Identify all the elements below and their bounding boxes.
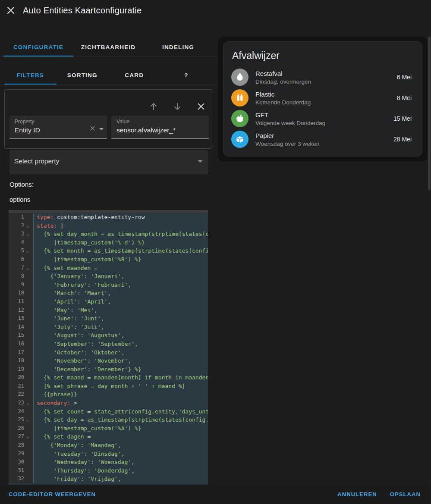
code-line[interactable]: 14 'July': 'Juli', <box>9 323 208 332</box>
code-line[interactable]: 24 {% set count = state_attr(config.enti… <box>9 407 208 416</box>
line-number: 24 <box>9 407 24 416</box>
line-number: 9 <box>9 281 24 289</box>
move-up-icon[interactable] <box>149 102 158 111</box>
move-down-icon[interactable] <box>173 102 182 111</box>
code-line[interactable]: 15 'August': 'Augustus', <box>9 331 208 340</box>
entity-row[interactable]: RestafvalDinsdag, overmorgen6 Mei <box>231 67 415 88</box>
subtab-card[interactable]: CARD <box>108 66 160 84</box>
code-text: |timestamp_custom('%B') %} <box>34 255 208 264</box>
code-text: 'Tuesday': 'Dinsdag', <box>34 450 208 458</box>
remove-filter-icon[interactable] <box>196 102 206 111</box>
line-number: 18 <box>9 357 24 365</box>
card-title: Afvalwijzer <box>232 50 415 62</box>
code-line[interactable]: 21 {% set phrase = day_month + ' ' + maa… <box>9 382 208 391</box>
line-number: 8 <box>9 272 24 281</box>
tab-indeling[interactable]: INDELING <box>143 38 213 56</box>
code-line[interactable]: 16 'September': 'September', <box>9 340 208 348</box>
code-line[interactable]: 31 'Thursday': 'Donderdag', <box>9 466 208 475</box>
line-gutter: 16 <box>9 340 34 348</box>
code-line[interactable]: 18 'November': 'November', <box>9 357 208 365</box>
line-number: 16 <box>9 340 24 348</box>
save-button[interactable]: OPSLAAN <box>390 491 421 498</box>
line-gutter: 11 <box>9 297 34 306</box>
chevron-down-icon[interactable] <box>99 128 104 130</box>
code-line[interactable]: 3⌄ {% set day_month = as_timestamp(strpt… <box>9 230 208 238</box>
code-line[interactable]: 17 'October': 'Oktober', <box>9 348 208 357</box>
code-line[interactable]: 22 {{phrase}} <box>9 390 208 399</box>
entity-name: Plastic <box>255 91 397 98</box>
code-text: 'June': 'Juni', <box>34 314 208 323</box>
code-line[interactable]: 10 'March': 'Maart', <box>9 289 208 297</box>
fold-icon[interactable]: ⌄ <box>24 416 31 424</box>
property-field-label: Property <box>15 119 104 125</box>
line-number: 30 <box>9 458 24 466</box>
select-property-dropdown[interactable]: Select property <box>9 150 208 173</box>
code-line[interactable]: 29 'Tuesday': 'Dinsdag', <box>9 450 208 458</box>
code-line[interactable]: 11 'April': 'April', <box>9 297 208 306</box>
code-text: 'December': 'December'} %} <box>34 365 208 374</box>
fold-icon[interactable]: ⌄ <box>24 222 31 230</box>
yaml-editor[interactable]: 1type: custom:template-entity-row2⌄state… <box>9 210 208 485</box>
entity-secondary: Komende Donderdag <box>255 99 397 106</box>
entity-row[interactable]: PlasticKomende Donderdag8 Mei <box>231 88 415 108</box>
code-line[interactable]: 1type: custom:template-entity-row <box>9 213 208 222</box>
entity-state: 15 Mei <box>393 115 412 122</box>
line-gutter: 20 <box>9 373 34 382</box>
code-line[interactable]: 12 'May': 'Mei', <box>9 306 208 315</box>
code-text: 'October': 'Oktober', <box>34 348 208 357</box>
code-text: {'January': 'Januari', <box>34 272 208 281</box>
code-line[interactable]: 30 'Wednesday': 'Woensdag', <box>9 458 208 466</box>
code-line[interactable]: 2⌄state: | <box>9 222 208 230</box>
line-number: 12 <box>9 306 24 315</box>
clear-property-icon[interactable] <box>89 125 96 133</box>
code-line[interactable]: 28 {'Monday': 'Maandag', <box>9 441 208 450</box>
code-line[interactable]: 25⌄ {% set day = as_timestamp(strptime(s… <box>9 416 208 424</box>
bottles-icon <box>231 89 249 106</box>
fold-icon[interactable]: ⌄ <box>24 432 31 441</box>
cancel-button[interactable]: ANNULEREN <box>337 491 377 498</box>
code-line[interactable]: 6 |timestamp_custom('%B') %} <box>9 255 208 264</box>
fold-icon[interactable]: ⌄ <box>24 230 31 238</box>
line-gutter: 31 <box>9 466 34 475</box>
entity-row[interactable]: PapierWoensdag over 3 weken28 Mei <box>231 129 415 150</box>
code-line[interactable]: 5⌄ {% set month = as_timestamp(strptime(… <box>9 247 208 255</box>
code-text: {% set dagen = <box>34 432 208 441</box>
code-line[interactable]: 20 {% set maand = maanden[month] if mont… <box>9 373 208 382</box>
subtab-sorting[interactable]: SORTING <box>57 66 109 84</box>
line-gutter: 25⌄ <box>9 416 34 424</box>
fold-icon[interactable]: ⌄ <box>24 264 31 272</box>
line-gutter: 15 <box>9 331 34 340</box>
tab-configuratie[interactable]: CONFIGURATIE <box>3 38 73 56</box>
entity-row[interactable]: GFTVolgende week Donderdag15 Mei <box>231 108 415 129</box>
property-field[interactable]: Property Entity ID <box>9 116 107 139</box>
line-number: 6 <box>9 255 24 264</box>
line-number: 32 <box>9 475 24 483</box>
fold-icon[interactable]: ⌄ <box>24 247 31 255</box>
show-code-editor-button[interactable]: CODE-EDITOR WEERGEVEN <box>9 491 96 498</box>
code-line[interactable]: 4 |timestamp_custom('%-d') %} <box>9 238 208 247</box>
code-line[interactable]: 7⌄ {% set maanden = <box>9 264 208 272</box>
scrollbar-thumb[interactable] <box>428 37 431 190</box>
code-line[interactable]: 32 'Friday': 'Vrijdag', <box>9 475 208 483</box>
code-line[interactable]: 27⌄ {% set dagen = <box>9 432 208 441</box>
entity-name: Papier <box>255 132 393 139</box>
close-icon[interactable] <box>6 5 16 16</box>
fold-icon[interactable]: ⌄ <box>24 399 31 407</box>
subtab-filters[interactable]: FILTERS <box>4 66 57 84</box>
code-line[interactable]: 23⌄secondary: > <box>9 399 208 407</box>
main-tabbar: CONFIGURATIEZICHTBAARHEIDINDELING <box>3 38 213 56</box>
line-gutter: 5⌄ <box>9 247 34 255</box>
value-field[interactable]: Value sensor.afvalwijzer_* <box>111 116 209 139</box>
preview-card: Afvalwijzer RestafvalDinsdag, overmorgen… <box>223 41 422 157</box>
tab-zichtbaarheid[interactable]: ZICHTBAARHEID <box>73 38 143 56</box>
code-line[interactable]: 9 'Februray': 'Februari', <box>9 281 208 289</box>
subtab-help[interactable]: ? <box>160 66 213 84</box>
line-gutter: 18 <box>9 357 34 365</box>
code-line[interactable]: 13 'June': 'Juni', <box>9 314 208 323</box>
code-line[interactable]: 26 |timestamp_custom('%A') %} <box>9 424 208 433</box>
code-line[interactable]: 19 'December': 'December'} %} <box>9 365 208 374</box>
line-gutter: 6 <box>9 255 34 264</box>
code-line[interactable]: 8 {'January': 'Januari', <box>9 272 208 281</box>
line-gutter: 28 <box>9 441 34 450</box>
code-text: 'July': 'Juli', <box>34 323 208 332</box>
